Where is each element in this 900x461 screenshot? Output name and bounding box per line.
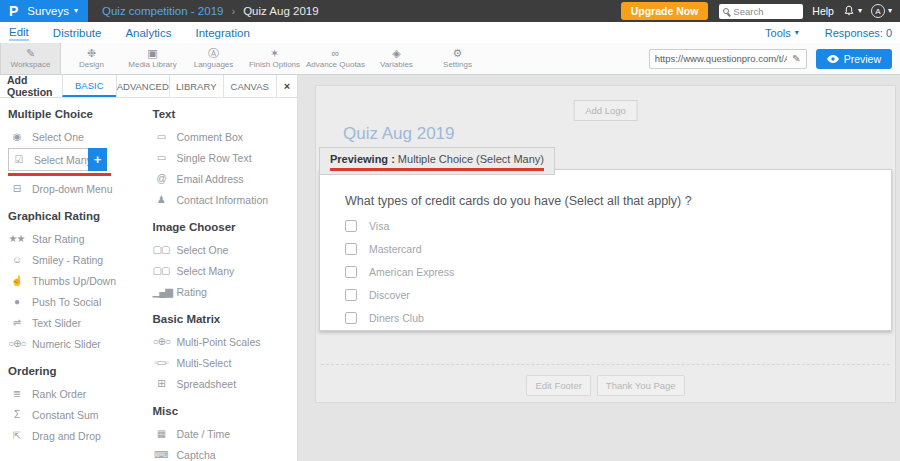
qtype-image-select-one[interactable]: ▢▢ Select One <box>153 239 298 260</box>
qtype-star-rating[interactable]: ★★ Star Rating <box>8 228 153 249</box>
tools-menu[interactable]: Tools ▾ <box>765 27 799 39</box>
qtype-single-row-text[interactable]: ▭ Single Row Text <box>153 147 298 168</box>
add-logo-button[interactable]: Add Logo <box>573 100 638 121</box>
responses-count[interactable]: Responses: 0 <box>825 27 892 39</box>
chevron-down-icon: ▾ <box>888 7 892 15</box>
tag-icon: ◈ <box>392 48 400 59</box>
qtype-push-to-social[interactable]: ● Push To Social <box>8 291 153 312</box>
previewing-question-type: Multiple Choice (Select Many) <box>398 153 544 165</box>
question-col-2: Text ▭ Comment Box ▭ Single Row Text @ E… <box>153 103 298 461</box>
qtype-smiley-rating[interactable]: ☺ Smiley - Rating <box>8 249 153 270</box>
qtype-rank-order[interactable]: ≣ Rank Order <box>8 383 153 404</box>
help-link[interactable]: Help <box>812 5 834 17</box>
chevron-down-icon: ▾ <box>795 29 799 37</box>
surveys-menu[interactable]: Surveys ▾ <box>27 5 78 17</box>
app-window: P Surveys ▾ Quiz competition - 2019 › Qu… <box>0 0 900 461</box>
top-bar: P Surveys ▾ Quiz competition - 2019 › Qu… <box>0 0 900 22</box>
survey-preview-area: Add Logo Quiz Aug 2019 Previewing : Mult… <box>298 75 900 461</box>
toolbar-design[interactable]: ❉ Design <box>61 43 122 74</box>
thank-you-page-button[interactable]: Thank You Page <box>597 375 685 396</box>
edit-url-pencil-icon[interactable]: ✎ <box>792 53 800 64</box>
smiley-icon: ☺ <box>8 255 25 265</box>
image-pair-icon: ▢▢ <box>153 266 170 276</box>
notifications-menu[interactable]: ▾ <box>843 5 862 17</box>
qtype-select-many-selected[interactable]: ☑ Select Many + <box>8 148 107 171</box>
qtype-constant-sum[interactable]: Σ Constant Sum <box>8 404 153 425</box>
chevron-down-icon: ▾ <box>74 7 78 15</box>
section-basic-matrix: Basic Matrix ○⊕○ Multi-Point Scales ▫▭▫ … <box>153 312 298 394</box>
account-menu[interactable]: A ▾ <box>871 4 892 18</box>
tab-library[interactable]: LIBRARY <box>169 75 223 97</box>
captcha-icon: ⌨ <box>153 450 170 460</box>
checkbox-icon[interactable] <box>345 312 357 324</box>
breadcrumb-parent-link[interactable]: Quiz competition - 2019 <box>102 5 223 17</box>
tools-menu-label: Tools <box>765 27 791 39</box>
surveys-menu-label: Surveys <box>27 5 69 17</box>
qtype-numeric-slider[interactable]: ○⊕○ Numeric Slider <box>8 333 153 354</box>
nav-tab-integration[interactable]: Integration <box>195 25 249 40</box>
checkbox-icon[interactable] <box>345 243 357 255</box>
tab-advanced[interactable]: ADVANCED <box>116 75 170 97</box>
toolbar-advance-quotas[interactable]: ∞ Advance Quotas <box>305 43 366 74</box>
add-question-header: Add Question BASIC ADVANCED LIBRARY CANV… <box>0 75 297 98</box>
select-many-highlight-underline <box>8 173 111 176</box>
gear-icon: ⚙ <box>453 48 463 59</box>
survey-title[interactable]: Quiz Aug 2019 <box>343 124 455 144</box>
survey-url-field[interactable]: https://www.questionpro.com/t/APNrFZ ✎ <box>649 49 807 69</box>
section-text: Text ▭ Comment Box ▭ Single Row Text @ E… <box>153 107 298 210</box>
qtype-captcha[interactable]: ⌨ Captcha <box>153 444 298 461</box>
toolbar-workspace[interactable]: ✎ Workspace <box>0 43 61 74</box>
qtype-image-select-many[interactable]: ▢▢ Select Many <box>153 260 298 281</box>
qtype-date-time[interactable]: ▦ Date / Time <box>153 423 298 444</box>
checkbox-icon[interactable] <box>345 266 357 278</box>
qtype-drag-and-drop[interactable]: ⇱ Drag and Drop <box>8 425 153 446</box>
thumb-icon: ☝ <box>8 276 25 286</box>
qtype-select-one[interactable]: ◉ Select One <box>8 126 153 147</box>
person-icon: ♟ <box>153 195 170 205</box>
nav-tab-edit[interactable]: Edit <box>9 24 29 41</box>
option-row-diners-club[interactable]: Diners Club <box>345 306 454 329</box>
qtype-comment-box[interactable]: ▭ Comment Box <box>153 126 298 147</box>
search-input[interactable] <box>733 6 799 17</box>
qtype-email-address[interactable]: @ Email Address <box>153 168 298 189</box>
search-icon <box>723 8 729 14</box>
qtype-multi-point-scales[interactable]: ○⊕○ Multi-Point Scales <box>153 331 298 352</box>
qtype-thumbs-up-down[interactable]: ☝ Thumbs Up/Down <box>8 270 153 291</box>
checkbox-stack-icon: ☑ <box>10 155 27 165</box>
toolbar-media-library[interactable]: ▣ Media Library <box>122 43 183 74</box>
numeric-slider-icon: ○⊕○ <box>8 339 25 349</box>
stars-icon: ★★ <box>8 234 25 244</box>
checkbox-icon[interactable] <box>345 289 357 301</box>
chevron-down-icon: ▾ <box>858 7 862 15</box>
breadcrumb-separator-icon: › <box>231 5 235 17</box>
option-row-mastercard[interactable]: Mastercard <box>345 237 454 260</box>
add-question-plus-button[interactable]: + <box>88 148 107 171</box>
qtype-text-slider[interactable]: ⇌ Text Slider <box>8 312 153 333</box>
upgrade-now-button[interactable]: Upgrade Now <box>621 2 709 20</box>
toolbar-settings[interactable]: ⚙ Settings <box>427 43 488 74</box>
qtype-contact-information[interactable]: ♟ Contact Information <box>153 189 298 210</box>
qtype-spreadsheet[interactable]: ⊞ Spreadsheet <box>153 373 298 394</box>
scale-points-icon: ○⊕○ <box>153 337 170 347</box>
edit-footer-button[interactable]: Edit Footer <box>526 375 590 396</box>
option-row-discover[interactable]: Discover <box>345 283 454 306</box>
question-preview-card: What types of credit cards do you have (… <box>319 169 892 331</box>
search-box[interactable] <box>719 4 803 19</box>
qtype-dropdown-menu[interactable]: ⊟ Drop-down Menu <box>8 178 153 199</box>
breadcrumb: Quiz competition - 2019 › Quiz Aug 2019 <box>102 5 319 17</box>
tab-canvas[interactable]: CANVAS <box>223 75 277 97</box>
nav-tab-distribute[interactable]: Distribute <box>53 25 102 40</box>
tab-basic[interactable]: BASIC <box>62 75 116 97</box>
toolbar-variables[interactable]: ◈ Variables <box>366 43 427 74</box>
close-icon[interactable]: × <box>276 75 297 97</box>
qtype-multi-select[interactable]: ▫▭▫ Multi-Select <box>153 352 298 373</box>
nav-tab-analytics[interactable]: Analytics <box>125 25 171 40</box>
qtype-image-rating[interactable]: ▁▄▆ Rating <box>153 281 298 302</box>
option-row-american-express[interactable]: American Express <box>345 260 454 283</box>
option-row-visa[interactable]: Visa <box>345 214 454 237</box>
toolbar-languages[interactable]: Ⓐ Languages <box>183 43 244 74</box>
checkbox-icon[interactable] <box>345 220 357 232</box>
multi-select-icon: ▫▭▫ <box>153 358 170 368</box>
preview-button[interactable]: Preview <box>816 49 892 69</box>
toolbar-finish-options[interactable]: ✶ Finish Options <box>244 43 305 74</box>
